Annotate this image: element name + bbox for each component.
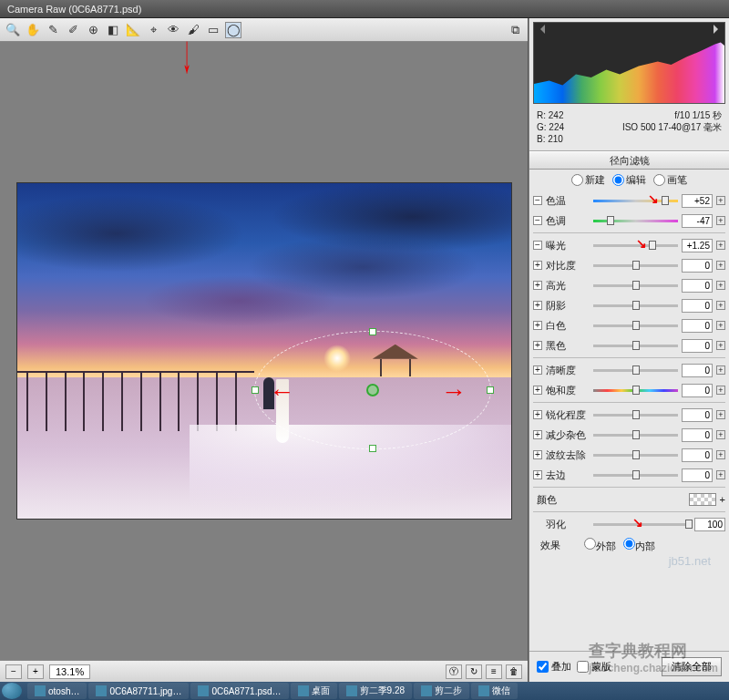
start-button-icon[interactable] [2,683,22,699]
taskbar-item[interactable]: 0C6A8771.psd… [190,683,288,699]
slider-toggle[interactable] [533,321,542,330]
slider-toggle[interactable] [533,341,542,350]
slider-value[interactable] [682,194,713,208]
slider-value[interactable] [682,239,713,252]
slider-plus-icon[interactable]: + [716,410,725,419]
slider-toggle[interactable] [533,281,542,290]
slider-plus-icon[interactable]: + [716,450,725,459]
slider-value[interactable] [682,299,713,313]
slider-track[interactable] [593,215,678,226]
taskbar-item[interactable]: 桌面 [291,683,337,699]
status-icon[interactable]: ≡ [486,664,502,679]
slider-toggle[interactable] [533,450,542,459]
slider-plus-icon[interactable]: + [716,321,725,330]
slider-track[interactable] [593,385,678,396]
effect-inside[interactable]: 内部 [623,538,655,553]
slider-plus-icon[interactable]: + [716,196,725,205]
slider-toggle[interactable] [533,365,542,375]
eyedropper-icon[interactable]: ✎ [46,23,60,37]
taskbar-item[interactable]: 0C6A87711.jpg… [88,683,189,699]
slider-track[interactable] [593,260,678,271]
slider-toggle[interactable] [533,410,542,419]
mode-edit[interactable]: 编辑 [612,173,646,187]
radial-filter-overlay[interactable]: ← → [254,331,491,449]
taskbar-item[interactable]: otosh… [27,683,87,699]
slider-toggle[interactable] [533,301,542,310]
shadow-clip-icon[interactable] [536,25,545,34]
slider-toggle[interactable] [533,261,542,270]
slider-plus-icon[interactable]: + [716,365,725,375]
slider-plus-icon[interactable]: + [716,216,725,225]
slider-value[interactable] [682,428,713,442]
overlay-checkbox[interactable]: 叠加 [537,660,571,674]
slider-toggle[interactable] [533,241,542,250]
slider-toggle[interactable] [533,386,542,395]
status-icon[interactable]: Ⓨ [446,664,462,679]
slider-toggle[interactable] [533,216,542,225]
mask-checkbox[interactable]: 蒙版 [577,660,611,674]
radial-handle[interactable] [369,445,376,452]
slider-track[interactable] [593,320,678,331]
slider-value[interactable] [682,214,713,228]
preview-toggle-icon[interactable]: ⧉ [508,23,522,37]
slider-track[interactable] [593,429,678,440]
spot-removal-icon[interactable]: ⌖ [146,23,160,37]
slider-plus-icon[interactable]: + [716,261,725,270]
slider-plus-icon[interactable]: + [716,470,725,479]
color-swatch[interactable] [689,493,716,506]
slider-value[interactable] [682,468,713,482]
slider-plus-icon[interactable]: + [720,494,725,505]
slider-plus-icon[interactable]: + [716,241,725,250]
slider-value[interactable] [682,339,713,353]
radial-handle[interactable] [369,328,376,335]
brush-icon[interactable]: 🖌 [186,23,200,37]
taskbar-item[interactable]: 剪二季9.28 [339,683,412,699]
slider-track[interactable] [593,365,678,376]
slider-value[interactable] [682,279,713,293]
slider-track[interactable] [593,449,678,460]
zoom-out-icon[interactable]: − [5,664,22,679]
radial-handle[interactable] [252,386,259,394]
status-icon[interactable]: ↻ [466,664,482,679]
radial-handle[interactable] [487,386,494,394]
grad-filter-icon[interactable]: ▭ [206,23,221,37]
slider-value[interactable] [682,364,713,377]
slider-track[interactable]: ↘ [593,195,678,206]
highlight-clip-icon[interactable] [714,25,723,34]
slider-value[interactable] [682,408,713,422]
slider-track[interactable] [593,409,678,420]
radial-filter-icon[interactable]: ◯ [226,23,241,37]
mode-brush[interactable]: 画笔 [653,173,687,187]
hand-tool-icon[interactable]: ✋ [26,23,40,37]
target-adjust-icon[interactable]: ⊕ [86,23,100,37]
slider-value[interactable] [682,448,713,462]
mode-new[interactable]: 新建 [571,173,605,187]
clear-all-button[interactable]: 清除全部 [662,657,722,676]
histogram[interactable] [533,22,725,104]
redeye-icon[interactable]: 👁 [166,23,180,37]
slider-toggle[interactable] [533,470,542,479]
photo-preview[interactable]: ← → [16,182,512,520]
straighten-icon[interactable]: 📐 [126,23,140,37]
trash-icon[interactable]: 🗑 [506,664,522,679]
canvas-area[interactable]: ← → [0,42,528,660]
slider-track[interactable] [593,300,678,311]
panel-tab[interactable]: 径向滤镜 [529,151,729,170]
slider-plus-icon[interactable]: + [716,430,725,439]
taskbar-item[interactable]: 微信 [471,683,518,699]
slider-toggle[interactable] [533,196,542,205]
slider-plus-icon[interactable]: + [716,341,725,350]
slider-track[interactable] [593,469,678,480]
slider-track[interactable] [593,280,678,291]
sampler-icon[interactable]: ✐ [66,23,80,37]
zoom-level[interactable]: 13.1% [49,664,90,679]
slider-track[interactable] [593,340,678,351]
slider-toggle[interactable] [533,430,542,439]
crop-icon[interactable]: ◧ [106,23,120,37]
slider-plus-icon[interactable]: + [716,281,725,290]
slider-value[interactable] [682,319,713,333]
zoom-in-icon[interactable]: + [27,664,44,679]
slider-value[interactable] [682,384,713,397]
effect-outside[interactable]: 外部 [584,538,616,553]
slider-plus-icon[interactable]: + [716,386,725,395]
